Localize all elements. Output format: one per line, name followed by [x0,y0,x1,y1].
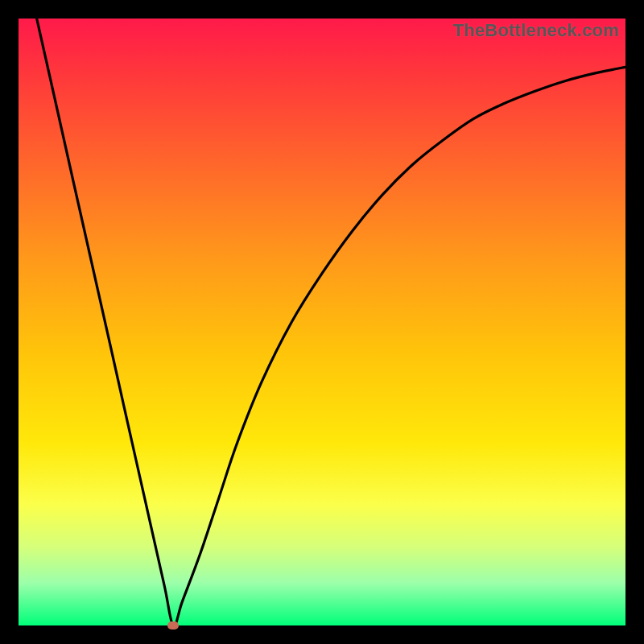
chart-frame: TheBottleneck.com [0,0,644,644]
curve-minimum-marker [167,621,179,630]
bottleneck-curve [19,19,625,625]
plot-area: TheBottleneck.com [19,19,625,625]
